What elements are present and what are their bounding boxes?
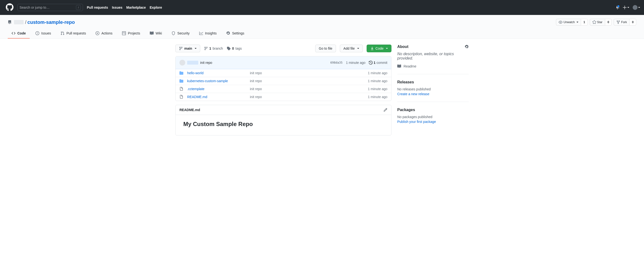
search-box[interactable]: / xyxy=(17,4,83,11)
create-release-link[interactable]: Create a new release xyxy=(397,92,429,96)
add-file-label: Add file xyxy=(344,46,355,50)
shield-icon xyxy=(172,31,175,35)
watchers-count[interactable]: 1 xyxy=(581,19,588,25)
file-name-link[interactable]: .cctemplate xyxy=(187,87,250,91)
sidebar: About No description, website, or topics… xyxy=(397,44,469,135)
fork-label: Fork xyxy=(621,20,627,24)
tab-pull-requests[interactable]: Pull requests xyxy=(57,29,90,38)
file-name-link[interactable]: README.md xyxy=(187,95,250,99)
commit-hash-link[interactable]: 698da35 xyxy=(330,61,343,64)
notification-indicator xyxy=(617,5,620,8)
star-button-group: Star 0 xyxy=(590,19,612,25)
author-name-redacted[interactable] xyxy=(187,61,198,65)
branch-select-button[interactable]: main xyxy=(175,44,200,52)
file-name-link[interactable]: kubernetes-custom-sample xyxy=(187,79,250,83)
readme-box: README.md My Custom Sample Repo xyxy=(175,105,392,135)
play-icon xyxy=(96,31,99,35)
caret-down-icon xyxy=(357,48,359,49)
readme-label: Readme xyxy=(404,64,416,68)
repo-icon xyxy=(8,20,12,24)
file-row: kubernetes-custom-sampleinit repo1 minut… xyxy=(176,77,391,85)
packages-empty: No packages published xyxy=(397,115,469,119)
gear-icon[interactable] xyxy=(465,45,469,49)
nav-pull-requests[interactable]: Pull requests xyxy=(87,5,108,9)
book-icon xyxy=(397,64,401,68)
folder-icon xyxy=(180,71,183,75)
tab-label: Issues xyxy=(41,31,51,35)
nav-marketplace[interactable]: Marketplace xyxy=(126,5,146,9)
about-block: About No description, website, or topics… xyxy=(397,44,469,74)
publish-package-link[interactable]: Publish your first package xyxy=(397,120,436,124)
tab-insights[interactable]: Insights xyxy=(195,29,220,38)
book-icon xyxy=(150,31,154,35)
code-download-button[interactable]: Code xyxy=(366,44,392,52)
tab-projects[interactable]: Projects xyxy=(118,29,144,38)
readme-filename: README.md xyxy=(180,108,200,112)
project-icon xyxy=(122,31,126,35)
main-container: main 1 branch 0 tags Go to file Add file xyxy=(168,39,476,141)
user-avatar xyxy=(633,5,638,10)
commit-message-link[interactable]: init repo xyxy=(200,61,212,65)
pull-request-icon xyxy=(60,31,64,35)
tags-link[interactable]: 0 tags xyxy=(227,46,242,50)
owner-name-redacted[interactable] xyxy=(14,20,24,24)
file-icon xyxy=(180,87,183,91)
download-icon xyxy=(370,46,374,50)
notifications-button[interactable] xyxy=(616,5,620,10)
user-menu-button[interactable] xyxy=(633,5,640,10)
commit-time: 1 minute ago xyxy=(346,61,366,65)
file-time: 1 minute ago xyxy=(368,71,387,75)
branches-link[interactable]: 1 branch xyxy=(204,46,223,50)
forks-count[interactable]: 0 xyxy=(630,19,636,25)
caret-down-icon xyxy=(386,48,388,49)
nav-issues[interactable]: Issues xyxy=(112,5,122,9)
unwatch-button[interactable]: Unwatch xyxy=(556,19,581,25)
tab-label: Wiki xyxy=(156,31,162,35)
file-time: 1 minute ago xyxy=(368,87,387,91)
search-input[interactable] xyxy=(20,5,76,9)
global-nav: Pull requests Issues Marketplace Explore xyxy=(87,5,162,9)
plus-icon xyxy=(623,5,627,9)
branches-count: 1 xyxy=(209,46,211,50)
repo-name-link[interactable]: custom-sample-repo xyxy=(28,19,75,25)
pencil-icon[interactable] xyxy=(384,108,387,112)
watch-button-group: Unwatch 1 xyxy=(556,19,588,25)
author-avatar[interactable] xyxy=(180,60,185,65)
stars-count[interactable]: 0 xyxy=(605,19,612,25)
tab-wiki[interactable]: Wiki xyxy=(146,29,166,38)
readme-heading: My Custom Sample Repo xyxy=(183,121,384,127)
releases-empty: No releases published xyxy=(397,87,469,91)
branches-label: branch xyxy=(212,46,223,50)
github-logo[interactable] xyxy=(6,3,17,12)
star-button[interactable]: Star xyxy=(590,19,605,25)
tab-issues[interactable]: Issues xyxy=(32,29,55,38)
readme-header: README.md xyxy=(176,105,391,115)
add-file-button[interactable]: Add file xyxy=(340,44,363,52)
file-commit-link[interactable]: init repo xyxy=(250,71,368,75)
file-commit-link[interactable]: init repo xyxy=(250,95,368,99)
star-icon xyxy=(592,20,596,24)
about-title: About xyxy=(397,44,408,49)
file-name-link[interactable]: hello-world xyxy=(187,71,250,75)
nav-explore[interactable]: Explore xyxy=(150,5,162,9)
global-header: / Pull requests Issues Marketplace Explo… xyxy=(0,0,644,15)
history-icon xyxy=(369,61,373,65)
commits-count: 1 xyxy=(374,61,376,65)
branch-name: main xyxy=(184,46,192,50)
tab-actions[interactable]: Actions xyxy=(92,29,116,38)
tab-code[interactable]: Code xyxy=(8,29,30,38)
tab-label: Code xyxy=(17,31,26,35)
tab-security[interactable]: Security xyxy=(168,29,194,38)
readme-link[interactable]: Readme xyxy=(397,64,469,68)
tag-icon xyxy=(227,46,230,50)
fork-button[interactable]: Fork xyxy=(614,19,630,25)
file-commit-link[interactable]: init repo xyxy=(250,79,368,83)
unwatch-label: Unwatch xyxy=(564,20,575,24)
file-commit-link[interactable]: init repo xyxy=(250,87,368,91)
go-to-file-button[interactable]: Go to file xyxy=(315,44,336,52)
create-new-button[interactable] xyxy=(623,5,629,9)
commits-history-link[interactable]: 1 commit xyxy=(369,61,387,65)
packages-title: Packages xyxy=(397,108,415,112)
tab-settings[interactable]: Settings xyxy=(222,29,248,38)
packages-block: Packages No packages published Publish y… xyxy=(397,108,469,129)
